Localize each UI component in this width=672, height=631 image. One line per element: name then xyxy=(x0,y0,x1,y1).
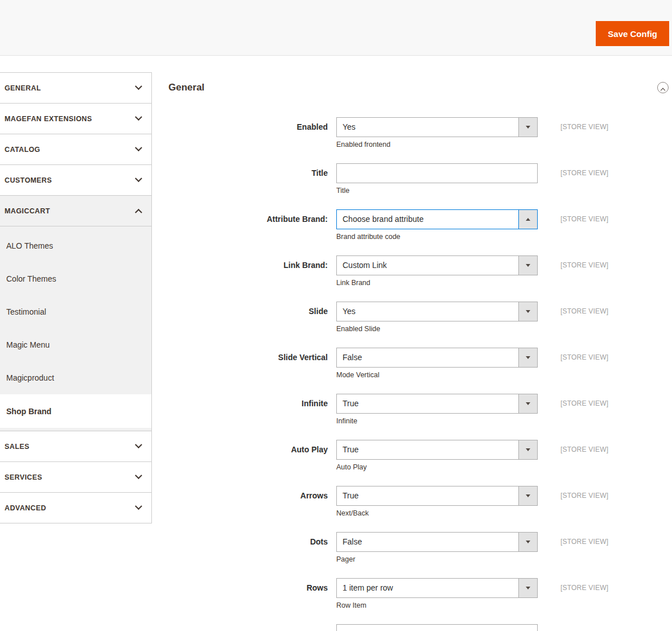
field-note: Row Item xyxy=(336,601,538,610)
field-scope-label: [STORE VIEW] xyxy=(560,578,608,610)
field-note: Enabled frontend xyxy=(336,141,538,149)
section-title: General xyxy=(168,82,204,93)
field-control-column: FalsePager xyxy=(336,532,538,564)
dropdown-arrow-button[interactable] xyxy=(518,348,537,367)
field-label: Slide Vertical xyxy=(168,348,328,380)
field-control-column: 1 item per rowRow Item xyxy=(336,578,538,610)
field-control-column: Custom LinkLink Brand xyxy=(336,255,538,287)
sidebar-section-magiccart[interactable]: MAGICCART xyxy=(0,196,151,226)
triangle-down-icon xyxy=(526,587,530,589)
triangle-down-icon xyxy=(526,402,530,405)
sidebar-subitem-alo-themes[interactable]: ALO Themes xyxy=(0,229,151,262)
dropdown-arrow-button[interactable] xyxy=(518,579,537,597)
select-value: False xyxy=(337,348,537,367)
field-note: Next/Back xyxy=(336,509,538,518)
auto-play-select[interactable]: True xyxy=(336,440,538,460)
sidebar-section-label: ADVANCED xyxy=(5,504,46,512)
field-note: Mode Vertical xyxy=(336,371,538,380)
select-value: Yes xyxy=(337,302,537,321)
dots-select[interactable]: False xyxy=(336,532,538,552)
dropdown-arrow-button[interactable] xyxy=(518,302,537,321)
field-note: Title xyxy=(336,187,538,195)
field-control-column xyxy=(336,624,538,631)
field-control-column: Title xyxy=(336,163,538,195)
config-page: Save Config GENERAL MAGEFAN EXTENSIONS C… xyxy=(0,0,672,631)
rows-select[interactable]: 1 item per row xyxy=(336,578,538,598)
triangle-down-icon xyxy=(526,541,530,543)
chevron-up-icon xyxy=(135,209,142,216)
link-brand-select[interactable]: Custom Link xyxy=(336,255,538,275)
sidebar-section-catalog[interactable]: CATALOG xyxy=(0,134,151,165)
dropdown-arrow-button[interactable] xyxy=(518,210,537,229)
sidebar-section-label: CUSTOMERS xyxy=(5,176,52,184)
save-config-button[interactable]: Save Config xyxy=(596,21,669,46)
form-field-row: Attribute Brand: Choose brand attributeB… xyxy=(168,209,672,241)
main-content: General Enabled YesEnabled frontend [STO… xyxy=(152,56,672,631)
field-scope-label: [STORE VIEW] xyxy=(560,255,608,287)
sidebar-section-advanced[interactable]: ADVANCED xyxy=(0,493,151,523)
field-scope-label: [STORE VIEW] xyxy=(560,117,608,149)
sidebar-section-general[interactable]: GENERAL xyxy=(0,73,151,104)
select-value: True xyxy=(337,394,537,413)
attribute-brand-select[interactable]: Choose brand attribute xyxy=(336,209,538,229)
sidebar-subitem-magicproduct[interactable]: Magicproduct xyxy=(0,361,151,394)
triangle-down-icon xyxy=(526,448,530,451)
form-field-row: Link Brand: Custom LinkLink Brand [STORE… xyxy=(168,255,672,287)
field-scope-label: [STORE VIEW] xyxy=(560,532,608,564)
select-value: True xyxy=(337,486,537,505)
sidebar-section-services[interactable]: SERVICES xyxy=(0,462,151,493)
arrows-select[interactable]: True xyxy=(336,486,538,506)
sidebar-subitem-color-themes[interactable]: Color Themes xyxy=(0,262,151,295)
slide-vertical-select[interactable]: False xyxy=(336,348,538,368)
sidebar-section-customers[interactable]: CUSTOMERS xyxy=(0,165,151,196)
dropdown-arrow-button[interactable] xyxy=(518,394,537,413)
infinite-select[interactable]: True xyxy=(336,394,538,414)
field-control-column: TrueAuto Play xyxy=(336,440,538,472)
dropdown-arrow-button[interactable] xyxy=(518,256,537,275)
dropdown-arrow-button[interactable] xyxy=(518,440,537,459)
slide-select[interactable]: Yes xyxy=(336,302,538,321)
sidebar-section-sales[interactable]: SALES xyxy=(0,431,151,462)
sidebar-section-label: SERVICES xyxy=(5,473,42,481)
sidebar-subitem-shop-brand[interactable]: Shop Brand xyxy=(0,394,151,428)
field-label: Attribute Brand: xyxy=(168,209,328,241)
form-field-row: Auto Play TrueAuto Play [STORE VIEW] xyxy=(168,440,672,472)
form-field-row: Infinite TrueInfinite [STORE VIEW] xyxy=(168,394,672,426)
form-field-row: Slide YesEnabled Slide [STORE VIEW] xyxy=(168,302,672,333)
sidebar-section-label: CATALOG xyxy=(5,146,40,154)
chevron-up-icon xyxy=(661,88,665,92)
field-control-column: TrueInfinite xyxy=(336,394,538,426)
field-control-column: YesEnabled Slide xyxy=(336,302,538,333)
field-note: Enabled Slide xyxy=(336,325,538,333)
select-value: False xyxy=(337,533,537,551)
field-label: Auto Play xyxy=(168,440,328,472)
sidebar-section-magefan-extensions[interactable]: MAGEFAN EXTENSIONS xyxy=(0,104,151,134)
chevron-down-icon xyxy=(135,502,142,510)
field-input[interactable] xyxy=(336,624,538,631)
page-header: Save Config xyxy=(0,0,672,56)
field-scope-label: [STORE VIEW] xyxy=(560,348,608,380)
field-note: Auto Play xyxy=(336,463,538,472)
field-label: Dots xyxy=(168,532,328,564)
field-scope-label: [STORE VIEW] xyxy=(560,163,608,195)
dropdown-arrow-button[interactable] xyxy=(518,486,537,505)
enabled-select[interactable]: Yes xyxy=(336,117,538,137)
select-value: Yes xyxy=(337,118,537,137)
field-control-column: Choose brand attributeBrand attribute co… xyxy=(336,209,538,241)
dropdown-arrow-button[interactable] xyxy=(518,118,537,137)
title-input[interactable] xyxy=(336,163,538,183)
field-scope-label: [STORE VIEW] xyxy=(560,209,608,241)
field-scope-label: [STORE VIEW] xyxy=(560,302,608,333)
field-label: Enabled xyxy=(168,117,328,149)
section-header: General xyxy=(168,82,672,93)
chevron-down-icon xyxy=(135,144,142,151)
sidebar-subitem-magic-menu[interactable]: Magic Menu xyxy=(0,328,151,361)
select-value: True xyxy=(337,440,537,459)
select-value: Custom Link xyxy=(337,256,537,275)
form-field-row: Slide Vertical FalseMode Vertical [STORE… xyxy=(168,348,672,380)
sidebar-subitem-testimonial[interactable]: Testimonial xyxy=(0,295,151,328)
dropdown-arrow-button[interactable] xyxy=(518,533,537,551)
collapse-section-icon[interactable] xyxy=(657,82,669,93)
field-scope-label: [STORE VIEW] xyxy=(560,394,608,426)
form-field-row: Dots FalsePager [STORE VIEW] xyxy=(168,532,672,564)
